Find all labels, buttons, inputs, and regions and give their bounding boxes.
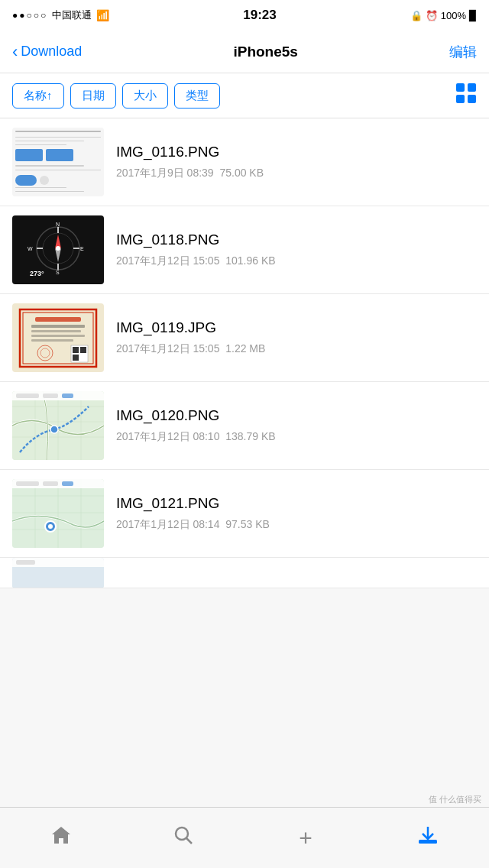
file-info: IMG_0116.PNG 2017年1月9日 08:39 75.00 KB — [116, 144, 477, 180]
svg-rect-60 — [16, 560, 35, 565]
file-meta: 2017年1月9日 08:39 75.00 KB — [116, 167, 477, 180]
svg-rect-22 — [35, 317, 81, 322]
file-name: IMG_0118.PNG — [116, 232, 477, 248]
file-thumbnail — [12, 128, 104, 196]
file-name: IMG_0120.PNG — [116, 407, 477, 424]
sort-name-button[interactable]: 名称↑ — [12, 83, 64, 108]
svg-rect-24 — [31, 330, 81, 332]
status-right: 🔒 ⏰ 100% ▉ — [410, 10, 477, 21]
edit-button[interactable]: 编辑 — [449, 43, 477, 61]
add-icon: + — [299, 827, 313, 850]
file-meta: 2017年1月12日 08:10 138.79 KB — [116, 430, 477, 444]
svg-text:273°: 273° — [30, 270, 44, 277]
tab-add[interactable]: + — [244, 827, 367, 850]
svg-rect-3 — [468, 95, 476, 103]
list-item[interactable]: N S W E 273° IMG_0118.PNG 2017年1月12日 15:… — [0, 206, 489, 294]
nav-bar: ‹ Download iPhone5s 编辑 — [0, 31, 489, 73]
svg-rect-30 — [73, 355, 79, 361]
file-name: IMG_0119.JPG — [116, 319, 477, 336]
download-icon — [417, 824, 439, 851]
file-thumbnail — [12, 303, 104, 372]
list-item[interactable]: IMG_0120.PNG 2017年1月12日 08:10 138.79 KB — [0, 382, 489, 470]
list-item[interactable]: IMG_0121.PNG 2017年1月12日 08:14 97.53 KB — [0, 470, 489, 558]
tab-download[interactable] — [367, 824, 489, 851]
svg-rect-57 — [62, 481, 73, 486]
svg-point-40 — [50, 426, 58, 433]
tab-search[interactable] — [122, 825, 244, 850]
svg-rect-63 — [419, 840, 437, 844]
file-name: IMG_0116.PNG — [116, 144, 477, 160]
sort-bar: 名称↑ 日期 大小 类型 — [0, 73, 489, 118]
file-thumbnail — [12, 479, 104, 548]
nav-title: iPhone5s — [233, 44, 297, 60]
svg-rect-28 — [73, 347, 79, 353]
file-name: IMG_0121.PNG — [116, 495, 477, 512]
home-icon — [50, 825, 72, 850]
file-info: IMG_0119.JPG 2017年1月12日 15:05 1.22 MB — [116, 319, 477, 356]
file-info: IMG_0118.PNG 2017年1月12日 15:05 101.96 KB — [116, 232, 477, 268]
svg-rect-2 — [456, 95, 465, 103]
search-icon — [173, 825, 193, 850]
sort-type-button[interactable]: 类型 — [174, 83, 220, 108]
back-label: Download — [21, 44, 82, 60]
file-list: IMG_0116.PNG 2017年1月9日 08:39 75.00 KB — [0, 118, 489, 649]
svg-line-62 — [186, 838, 192, 844]
svg-rect-56 — [43, 481, 58, 486]
sort-date-button[interactable]: 日期 — [70, 83, 116, 108]
status-left: ●●○○○ 中国联通 📶 — [12, 8, 109, 22]
svg-rect-43 — [43, 394, 58, 398]
file-info: IMG_0120.PNG 2017年1月12日 08:10 138.79 KB — [116, 407, 477, 444]
lock-icon: 🔒 — [410, 10, 423, 21]
back-button[interactable]: ‹ Download — [12, 44, 82, 60]
watermark: 值 什么值得买 — [429, 794, 481, 805]
svg-rect-29 — [80, 347, 86, 353]
file-info: IMG_0121.PNG 2017年1月12日 08:14 97.53 KB — [116, 495, 477, 532]
svg-rect-23 — [31, 325, 85, 328]
wifi-icon: 📶 — [96, 9, 109, 21]
battery-icon: ▉ — [469, 10, 477, 21]
svg-rect-42 — [16, 394, 39, 398]
file-thumbnail — [12, 558, 104, 588]
file-thumbnail: N S W E 273° — [12, 215, 104, 284]
carrier-label: 中国联通 — [52, 8, 92, 22]
svg-text:N: N — [56, 222, 60, 227]
back-chevron-icon: ‹ — [12, 44, 18, 60]
svg-point-13 — [56, 246, 60, 251]
svg-point-53 — [48, 524, 53, 529]
svg-rect-25 — [31, 335, 85, 337]
svg-text:W: W — [28, 246, 33, 251]
file-meta: 2017年1月12日 15:05 101.96 KB — [116, 254, 477, 268]
alarm-icon: ⏰ — [426, 10, 438, 21]
file-thumbnail — [12, 391, 104, 460]
list-item[interactable] — [0, 558, 489, 588]
svg-text:E: E — [80, 246, 84, 251]
status-bar: ●●○○○ 中国联通 📶 19:23 🔒 ⏰ 100% ▉ — [0, 0, 489, 31]
svg-text:S: S — [56, 270, 60, 275]
tab-bar: + — [0, 807, 489, 868]
list-item[interactable]: IMG_0119.JPG 2017年1月12日 15:05 1.22 MB — [0, 294, 489, 382]
svg-rect-1 — [468, 83, 476, 92]
status-time: 19:23 — [243, 8, 276, 23]
svg-rect-55 — [16, 481, 39, 486]
file-meta: 2017年1月12日 08:14 97.53 KB — [116, 518, 477, 532]
battery-label: 100% — [441, 10, 466, 21]
svg-rect-0 — [456, 83, 465, 92]
svg-point-61 — [176, 828, 188, 840]
svg-rect-44 — [62, 394, 73, 398]
file-meta: 2017年1月12日 15:05 1.22 MB — [116, 342, 477, 356]
grid-view-button[interactable] — [455, 83, 477, 108]
signal-dots: ●●○○○ — [12, 10, 47, 21]
tab-home[interactable] — [0, 825, 122, 850]
svg-rect-26 — [31, 339, 73, 342]
sort-size-button[interactable]: 大小 — [122, 83, 168, 108]
list-item[interactable]: IMG_0116.PNG 2017年1月9日 08:39 75.00 KB — [0, 118, 489, 206]
